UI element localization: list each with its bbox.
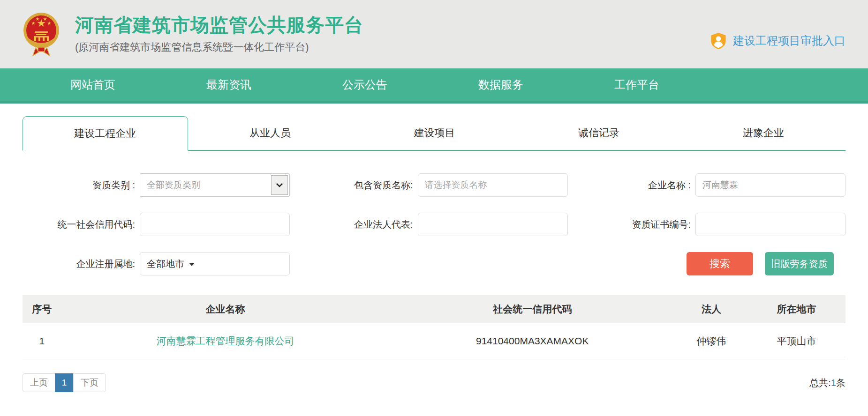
page-header: ★ ★ ★ ★ ★ 河南省建筑市场监管	[0, 0, 868, 68]
search-button[interactable]: 搜索	[687, 252, 753, 275]
column-header-legal-person: 法人	[675, 295, 747, 323]
tab-construction-enterprises[interactable]: 建设工程企业	[23, 116, 188, 151]
nav-item-data-services[interactable]: 数据服务	[433, 68, 569, 101]
svg-text:★: ★	[43, 16, 47, 22]
credit-code-label: 统一社会信用代码:	[23, 218, 140, 231]
row-index-cell: 1	[23, 323, 61, 359]
tab-construction-projects[interactable]: 建设项目	[352, 116, 517, 150]
qualification-name-label: 包含资质名称:	[301, 179, 418, 192]
legal-person-label: 企业法人代表:	[301, 218, 418, 231]
qualification-type-label: 资质类别 :	[23, 179, 140, 192]
pagination-current-page[interactable]: 1	[55, 373, 74, 392]
credit-code-input[interactable]	[140, 213, 290, 236]
national-emblem-logo: ★ ★ ★ ★ ★	[23, 10, 60, 60]
nav-item-announcements[interactable]: 公示公告	[297, 68, 433, 101]
column-header-credit-code: 社会统一信用代码	[390, 295, 675, 323]
caret-down-icon	[189, 263, 195, 266]
pagination-prev-button[interactable]: 上页	[23, 373, 55, 392]
site-title: 河南省建筑市场监管公共服务平台	[75, 14, 710, 36]
column-header-city: 所在地市	[747, 295, 845, 323]
nav-item-work-platform[interactable]: 工作平台	[569, 68, 705, 101]
tab-integrity-records[interactable]: 诚信记录	[517, 116, 681, 150]
certificate-no-label: 资质证书编号:	[578, 218, 695, 231]
company-name-link[interactable]: 河南慧霖工程管理服务有限公司	[157, 335, 294, 346]
company-name-input[interactable]	[695, 173, 845, 197]
nav-item-news[interactable]: 最新资讯	[161, 68, 297, 101]
nav-item-home[interactable]: 网站首页	[25, 68, 161, 101]
search-form: 资质类别 : 全部资质类别 包含资质名称: 企业名称 : 统一社会信用代码:	[0, 173, 868, 275]
city-cell: 平顶山市	[747, 323, 845, 359]
qualification-type-selected-value: 全部资质类别	[147, 179, 200, 191]
register-city-selected-value: 全部地市	[147, 258, 184, 270]
results-table: 序号 企业名称 社会统一信用代码 法人 所在地市 1 河南慧霖工程管理服务有限公…	[23, 295, 845, 359]
table-row: 1 河南慧霖工程管理服务有限公司 91410400MA3XAMAXOK 仲镠伟 …	[23, 323, 845, 359]
site-subtitle: (原河南省建筑市场监管信息系统暨一体化工作平台)	[75, 40, 710, 54]
pagination-next-button[interactable]: 下页	[73, 373, 106, 392]
certificate-no-input[interactable]	[695, 213, 845, 236]
main-nav: 网站首页 最新资讯 公示公告 数据服务 工作平台	[0, 68, 868, 104]
legacy-labor-qualification-button[interactable]: 旧版劳务资质	[765, 252, 834, 275]
portal-link-label: 建设工程项目审批入口	[733, 33, 845, 48]
tab-practitioners[interactable]: 从业人员	[188, 116, 353, 150]
total-count-text: 总共:1条	[809, 377, 845, 389]
category-tabs: 建设工程企业 从业人员 建设项目 诚信记录 进豫企业	[23, 116, 845, 151]
legal-person-input[interactable]	[418, 213, 568, 236]
legal-person-cell: 仲镠伟	[675, 323, 747, 359]
total-count-number: 1	[831, 378, 836, 388]
svg-text:★: ★	[36, 16, 40, 22]
chevron-down-icon[interactable]	[271, 175, 288, 195]
svg-text:★: ★	[31, 21, 36, 26]
table-header-row: 序号 企业名称 社会统一信用代码 法人 所在地市	[23, 295, 845, 323]
credit-code-cell: 91410400MA3XAMAXOK	[390, 323, 675, 359]
svg-text:★: ★	[47, 21, 52, 26]
tab-enterprises-entering-henan[interactable]: 进豫企业	[681, 116, 845, 150]
company-name-label: 企业名称 :	[578, 179, 695, 192]
project-approval-entry-link[interactable]: 建设工程项目审批入口	[710, 32, 845, 50]
register-city-label: 企业注册属地:	[23, 258, 140, 270]
total-suffix: 条	[836, 378, 845, 388]
shield-user-icon	[710, 32, 726, 50]
column-header-index: 序号	[23, 295, 61, 323]
total-prefix: 总共:	[809, 378, 831, 388]
qualification-type-select[interactable]: 全部资质类别	[140, 173, 290, 197]
pagination: 上页 1 下页	[23, 373, 106, 392]
qualification-name-input[interactable]	[418, 173, 568, 197]
column-header-company: 企业名称	[61, 295, 389, 323]
table-footer: 上页 1 下页 总共:1条	[23, 373, 845, 392]
register-city-dropdown[interactable]: 全部地市	[140, 252, 290, 275]
page: ★ ★ ★ ★ ★ 河南省建筑市场监管	[0, 0, 868, 416]
